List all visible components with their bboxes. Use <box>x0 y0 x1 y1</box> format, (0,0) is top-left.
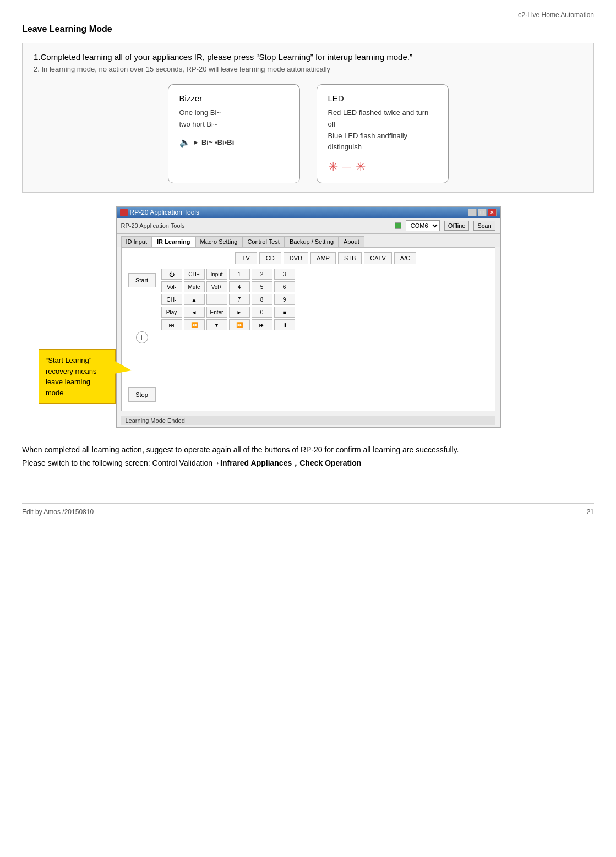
app-tabs: ID Input IR Learning Macro Setting Contr… <box>117 234 500 247</box>
num-0-button[interactable]: 0 <box>252 307 272 318</box>
num-9-button[interactable]: 9 <box>274 294 295 305</box>
tab-control-test[interactable]: Control Test <box>242 236 285 247</box>
blank-button1 <box>206 294 227 305</box>
up-button[interactable]: ▲ <box>184 294 205 305</box>
mute-button[interactable]: Mute <box>184 281 205 292</box>
play-button[interactable]: Play <box>161 307 182 318</box>
rewind-button[interactable]: ⏪ <box>184 319 205 330</box>
status-bar: Learning Mode Ended <box>121 416 495 425</box>
footer: Edit by Amos /20150810 21 <box>22 503 594 516</box>
led-card: LED Red LED flashed twice and turn off B… <box>317 84 449 183</box>
prev-track-button[interactable]: ⏮ <box>161 319 182 330</box>
led-line3: distinguish <box>328 141 437 153</box>
remote-row2: Vol- Mute Vol+ 4 5 6 <box>161 281 295 292</box>
remote-row5: ⏮ ⏪ ▼ ⏩ ⏭ ⏸ <box>161 319 295 330</box>
brand-label: e2-Live Home Automation <box>22 11 594 19</box>
offline-button[interactable]: Offline <box>444 221 470 231</box>
app-titlebar: RP-20 Application Tools _ □ ✕ <box>117 207 500 218</box>
tab-macro-setting[interactable]: Macro Setting <box>195 236 243 247</box>
stop-square-button[interactable]: ■ <box>274 307 295 318</box>
device-dvd[interactable]: DVD <box>284 252 308 264</box>
fast-forward-button[interactable]: ⏩ <box>229 319 250 330</box>
ch-minus-button[interactable]: CH- <box>161 294 182 305</box>
bottom-text: When completed all learning action, sugg… <box>22 444 594 470</box>
num-2-button[interactable]: 2 <box>252 269 272 280</box>
info-icon: i <box>136 331 148 343</box>
app-main-area: Start i Stop ⏻ CH+ Input 1 2 3 <box>126 269 490 406</box>
num-6-button[interactable]: 6 <box>274 281 295 292</box>
tab-about[interactable]: About <box>339 236 364 247</box>
app-window: RP-20 Application Tools _ □ ✕ RP-20 Appl… <box>116 206 501 428</box>
instruction-box: 1.Completed learning all of your applian… <box>22 43 594 193</box>
right-button[interactable]: ► <box>229 307 250 318</box>
led-title: LED <box>328 94 437 103</box>
down-button[interactable]: ▼ <box>206 319 227 330</box>
app-content: TV CD DVD AMP STB CATV A/C Start i Stop <box>121 247 495 411</box>
minimize-button[interactable]: _ <box>468 209 477 216</box>
enter-button[interactable]: Enter <box>206 307 227 318</box>
led-dash-icon: — <box>342 162 351 172</box>
scan-button[interactable]: Scan <box>473 221 495 231</box>
led-body: Red LED flashed twice and turn off Blue … <box>328 107 437 153</box>
num-5-button[interactable]: 5 <box>252 281 272 292</box>
tab-id-input[interactable]: ID Input <box>121 236 152 247</box>
led-sun-icon2: ✳ <box>356 160 366 174</box>
device-ac[interactable]: A/C <box>394 252 416 264</box>
led-line2: Blue LED flash andfinally <box>328 130 437 142</box>
sound-icon-row: 🔈 ► Bi~ •Bi•Bi <box>179 137 288 148</box>
device-tv[interactable]: TV <box>235 252 257 264</box>
app-window-container: “Start Learing” recovery means leave lea… <box>22 206 594 428</box>
footer-left: Edit by Amos /20150810 <box>22 508 94 516</box>
num-8-button[interactable]: 8 <box>252 294 272 305</box>
close-button[interactable]: ✕ <box>488 209 497 216</box>
ch-plus-button[interactable]: CH+ <box>184 269 205 280</box>
vol-plus-button[interactable]: Vol+ <box>206 281 227 292</box>
toolbar-label: RP-20 Application Tools <box>121 222 390 229</box>
vol-minus-button[interactable]: Vol- <box>161 281 182 292</box>
device-cd[interactable]: CD <box>259 252 281 264</box>
start-button[interactable]: Start <box>128 273 156 287</box>
maximize-button[interactable]: □ <box>478 209 487 216</box>
app-title: RP-20 Application Tools <box>130 209 200 216</box>
instruction-line1: 1.Completed learning all of your applian… <box>34 52 582 62</box>
led-line1: Red LED flashed twice and turn off <box>328 107 437 130</box>
bottom-para1: When completed all learning action, sugg… <box>22 444 594 457</box>
input-button[interactable]: Input <box>206 269 227 280</box>
device-catv[interactable]: CATV <box>364 252 392 264</box>
remote-row1: ⏻ CH+ Input 1 2 3 <box>161 269 295 280</box>
stop-button[interactable]: Stop <box>128 387 156 402</box>
led-icon-row: ✳ — ✳ <box>328 160 437 174</box>
bizzer-line2: two hort Bi~ <box>179 119 288 130</box>
device-amp[interactable]: AMP <box>310 252 336 264</box>
callout-text: “Start Learing” recovery means leave lea… <box>46 356 96 397</box>
left-button[interactable]: ◄ <box>184 307 205 318</box>
tab-ir-learning[interactable]: IR Learning <box>152 236 195 247</box>
bottom-para2-bold: Infrared Appliances，Check Operation <box>220 458 361 467</box>
com-indicator <box>395 222 401 229</box>
callout-container: “Start Learing” recovery means leave lea… <box>39 349 116 404</box>
device-stb[interactable]: STB <box>338 252 362 264</box>
num-1-button[interactable]: 1 <box>229 269 250 280</box>
led-sun-icon1: ✳ <box>328 160 338 174</box>
titlebar-left: RP-20 Application Tools <box>120 209 200 216</box>
page-title: Leave Learning Mode <box>22 24 594 34</box>
footer-right: 21 <box>587 508 594 516</box>
bi-text: ► Bi~ •Bi•Bi <box>193 138 235 146</box>
indicator-row: Bizzer One long Bi~ two hort Bi~ 🔈 ► Bi~… <box>34 84 582 183</box>
callout-bubble: “Start Learing” recovery means leave lea… <box>39 349 116 404</box>
num-4-button[interactable]: 4 <box>229 281 250 292</box>
num-7-button[interactable]: 7 <box>229 294 250 305</box>
device-buttons-row: TV CD DVD AMP STB CATV A/C <box>126 252 490 264</box>
bottom-para2-text: Please switch to the following screen: C… <box>22 458 220 467</box>
num-3-button[interactable]: 3 <box>274 269 295 280</box>
callout-arrow <box>114 361 132 374</box>
remote-row3: CH- ▲ 7 8 9 <box>161 294 295 305</box>
next-track-button[interactable]: ⏭ <box>252 319 272 330</box>
tab-backup-setting[interactable]: Backup / Setting <box>285 236 339 247</box>
titlebar-controls: _ □ ✕ <box>468 209 497 216</box>
pause-button[interactable]: ⏸ <box>274 319 295 330</box>
power-button[interactable]: ⏻ <box>161 269 182 280</box>
app-toolbar: RP-20 Application Tools COM6 Offline Sca… <box>117 218 500 234</box>
speaker-icon: 🔈 <box>179 137 190 148</box>
com-port-select[interactable]: COM6 <box>406 220 440 231</box>
